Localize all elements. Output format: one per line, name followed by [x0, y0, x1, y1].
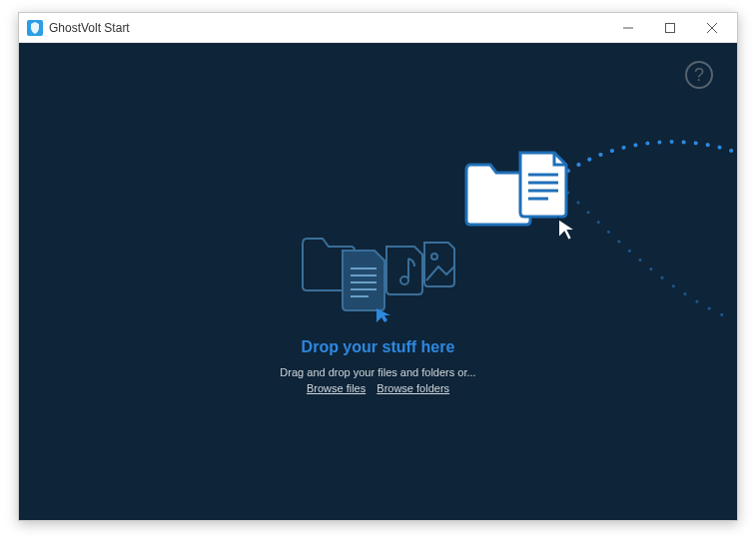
browse-files-link[interactable]: Browse files [307, 382, 366, 394]
trajectory-path-icon [548, 113, 737, 322]
drop-illustration-icon [299, 223, 458, 322]
help-label: ? [694, 65, 704, 86]
app-icon [27, 20, 43, 36]
svg-rect-2 [666, 23, 675, 32]
window-controls [607, 14, 733, 42]
minimize-button[interactable] [607, 14, 649, 42]
window-frame: GhostVolt Start ? [18, 12, 738, 521]
help-icon[interactable]: ? [685, 61, 713, 89]
drop-subtitle: Drag and drop your files and folders or.… [209, 366, 548, 378]
client-area: ? [19, 43, 737, 520]
browse-folders-link[interactable]: Browse folders [377, 382, 449, 394]
drop-title: Drop your stuff here [209, 338, 548, 356]
window-title: GhostVolt Start [49, 21, 607, 35]
svg-point-15 [431, 254, 437, 260]
svg-point-14 [400, 276, 408, 284]
drop-zone[interactable]: Drop your stuff here Drag and drop your … [209, 223, 548, 394]
close-button[interactable] [691, 14, 733, 42]
drop-links: Browse files Browse folders [209, 382, 548, 394]
titlebar[interactable]: GhostVolt Start [19, 13, 737, 43]
maximize-button[interactable] [649, 14, 691, 42]
